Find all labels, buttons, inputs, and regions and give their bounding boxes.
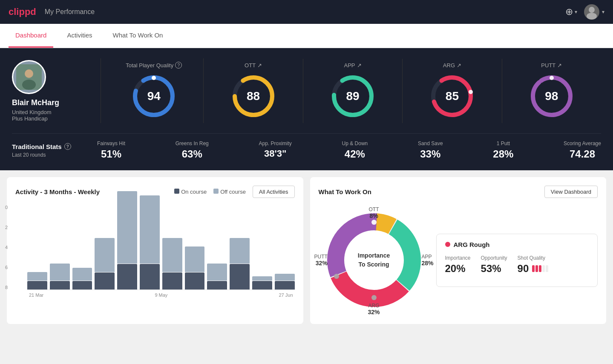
importance-donut-wrap: ImportanceTo Scoring OTT 8% APP 28% ARG … — [319, 205, 429, 315]
svg-point-25 — [371, 295, 377, 300]
score-ott: OTT ↗ 88 — [204, 59, 303, 123]
svg-point-1 — [587, 13, 597, 20]
add-button[interactable]: ⊕ ▾ — [565, 6, 577, 17]
metric-opportunity: Opportunity 53% — [481, 255, 507, 275]
ott-label: OTT 8% — [369, 206, 379, 219]
add-chevron: ▾ — [575, 9, 577, 15]
score-arg-label: ARG — [443, 62, 455, 69]
score-arg: ARG ↗ 85 — [403, 59, 502, 123]
bar-group — [27, 205, 47, 289]
hero-section: Blair McHarg United Kingdom Plus Handica… — [0, 48, 613, 170]
stat-gir: Greens In Reg 63% — [176, 140, 209, 160]
score-total: Total Player Quality ? 94 — [104, 58, 204, 123]
offcourse-legend-dot — [213, 189, 219, 194]
app-arrow: ↗ — [357, 62, 362, 69]
oncourse-legend-dot — [174, 189, 179, 194]
bar-group — [140, 205, 160, 289]
stat-sand: Sand Save 33% — [418, 140, 443, 160]
header-right: ⊕ ▾ ▾ — [565, 4, 604, 20]
chart-bars — [27, 205, 295, 290]
trad-label: Traditional Stats ? Last 20 rounds — [12, 143, 97, 158]
logo: clippd — [9, 6, 36, 17]
stat-proximity: App. Proximity 38'3" — [259, 140, 291, 160]
quality-bars — [532, 265, 548, 272]
bar-group — [50, 205, 70, 289]
score-putt-value: 98 — [545, 89, 558, 103]
avatar — [584, 4, 599, 20]
app-label: APP 28% — [421, 254, 433, 267]
bar-group — [185, 205, 205, 289]
chart-x-labels: 21 Mar 9 May 27 Jun — [27, 292, 295, 298]
wtw-header: What To Work On View Dashboard — [319, 186, 598, 198]
metric-shotquality: Shot Quality 90 — [518, 255, 549, 275]
donut-total: 94 — [130, 73, 177, 120]
score-total-label: Total Player Quality ? — [126, 62, 182, 69]
avatar-chevron: ▾ — [602, 9, 604, 15]
bar-group — [275, 205, 295, 289]
hero-top: Blair McHarg United Kingdom Plus Handica… — [12, 58, 601, 123]
divider — [101, 58, 101, 123]
wtw-title: What To Work On — [319, 188, 371, 195]
tab-what-to-work-on[interactable]: What To Work On — [106, 24, 170, 48]
add-icon: ⊕ — [565, 6, 573, 17]
wtw-content: ImportanceTo Scoring OTT 8% APP 28% ARG … — [319, 205, 598, 315]
score-app-value: 89 — [346, 89, 359, 103]
bar-group — [162, 205, 182, 289]
traditional-stats: Traditional Stats ? Last 20 rounds Fairw… — [12, 133, 601, 160]
svg-point-4 — [22, 80, 36, 90]
bar-group — [207, 205, 227, 289]
score-arg-value: 85 — [446, 89, 459, 103]
stat-updown: Up & Down 42% — [342, 140, 368, 160]
info-metrics: Importance 20% Opportunity 53% Shot Qual… — [445, 255, 589, 275]
avatar — [12, 60, 46, 94]
svg-point-14 — [469, 90, 473, 94]
svg-point-0 — [589, 7, 595, 13]
score-putt-label: PUTT — [541, 62, 555, 69]
donut-putt: 98 — [528, 73, 575, 120]
trad-help-icon[interactable]: ? — [64, 143, 71, 150]
trad-period: Last 20 rounds — [12, 152, 89, 158]
tab-activities[interactable]: Activities — [60, 24, 99, 48]
what-to-work-on-panel: What To Work On View Dashboard — [310, 177, 607, 324]
all-activities-button[interactable]: All Activities — [253, 186, 295, 198]
user-menu[interactable]: ▾ — [584, 4, 604, 20]
stat-scoring: Scoring Average 74.28 — [564, 140, 601, 160]
header-title: My Performance — [45, 8, 95, 16]
activity-panel: Activity - 3 Months - Weekly On course O… — [7, 177, 303, 324]
donut-center-label: ImportanceTo Scoring — [358, 251, 390, 269]
tab-dashboard[interactable]: Dashboard — [9, 24, 53, 48]
scores-section: Total Player Quality ? 94 OTT ↗ — [104, 58, 601, 123]
player-info: Blair McHarg United Kingdom Plus Handica… — [12, 60, 97, 122]
donut-arg: 85 — [429, 73, 475, 120]
help-icon[interactable]: ? — [175, 62, 182, 69]
bar-group — [117, 205, 137, 289]
info-card-dot — [445, 242, 450, 247]
putt-arrow: ↗ — [557, 62, 562, 69]
svg-point-7 — [152, 76, 156, 80]
player-handicap: Plus Handicap — [12, 115, 48, 122]
view-dashboard-button[interactable]: View Dashboard — [544, 186, 598, 198]
svg-point-23 — [371, 220, 377, 225]
logo-text: clippd — [9, 6, 36, 17]
info-card-title: ARG Rough — [445, 241, 589, 248]
svg-point-3 — [25, 69, 33, 78]
stat-fairways: Fairways Hit 51% — [97, 140, 125, 160]
bar-group — [95, 205, 115, 289]
stat-1putt: 1 Putt 28% — [493, 140, 513, 160]
metric-importance: Importance 20% — [445, 255, 471, 275]
score-app-label: APP — [344, 62, 355, 69]
bottom-panels: Activity - 3 Months - Weekly On course O… — [0, 170, 613, 331]
player-country: United Kingdom — [12, 109, 52, 115]
score-app: APP ↗ 89 — [303, 59, 403, 123]
bar-group — [230, 205, 250, 289]
score-ott-value: 88 — [247, 89, 260, 103]
svg-point-17 — [550, 76, 554, 80]
ott-arrow: ↗ — [257, 62, 262, 69]
bar-group — [252, 205, 272, 289]
score-total-value: 94 — [147, 89, 161, 103]
score-putt: PUTT ↗ 98 — [502, 59, 601, 123]
arg-arrow: ↗ — [457, 62, 461, 69]
donut-ott: 88 — [230, 73, 277, 120]
chart-legend: On course Off course — [174, 189, 246, 195]
arg-label: ARG 32% — [368, 303, 380, 315]
